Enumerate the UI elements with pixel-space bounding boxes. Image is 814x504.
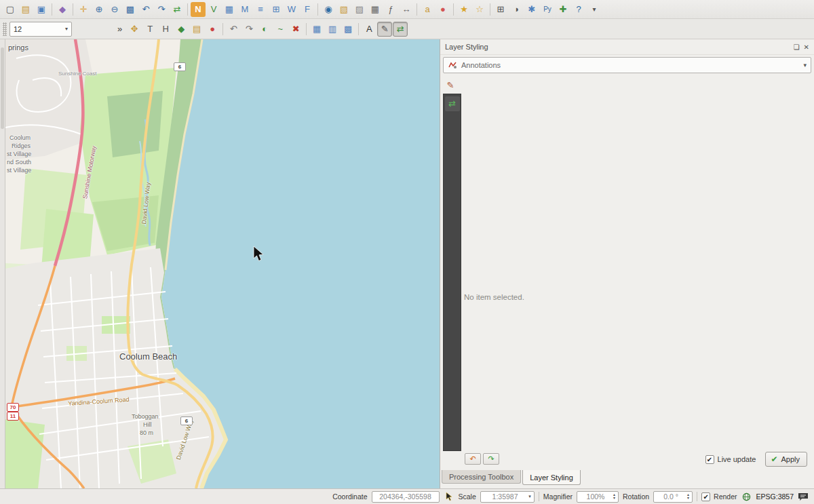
styling-tab-strip: ⇄ xyxy=(443,94,461,451)
float-panel-icon[interactable]: ❏ xyxy=(794,43,800,51)
live-update-checkbox[interactable]: ✔ Live update xyxy=(705,455,756,464)
help-icon[interactable]: ? xyxy=(571,2,586,17)
scale-combo[interactable]: 1:35987 ▾ xyxy=(480,491,535,503)
spin-down-icon[interactable]: ▾ xyxy=(687,497,689,500)
symbology-tab-icon[interactable]: ⇄ xyxy=(445,96,460,111)
magnifier-spinbox[interactable]: 100% ▴▾ xyxy=(577,491,619,503)
deselect-features-icon[interactable]: ▨ xyxy=(352,2,367,17)
select-features-icon[interactable]: ▧ xyxy=(336,2,351,17)
redo-edit-icon[interactable]: ↷ xyxy=(241,22,256,37)
new-bookmark-icon[interactable]: ★ xyxy=(457,2,471,17)
checkbox-checked-icon: ✔ xyxy=(701,492,710,501)
toolbar-handle[interactable] xyxy=(3,22,7,36)
add-postgis-layer-icon[interactable]: ⊞ xyxy=(269,2,284,17)
toolbar-separator xyxy=(187,3,188,16)
map-render xyxy=(5,39,440,488)
toolbar-overflow-chevron[interactable]: » xyxy=(117,24,122,34)
coordinate-input[interactable]: 204364,-305598 xyxy=(372,491,440,503)
zoom-full-icon[interactable]: ▩ xyxy=(123,2,138,17)
zoom-out-icon[interactable]: ⊖ xyxy=(107,2,122,17)
chevron-down-icon: ▾ xyxy=(65,26,68,32)
field-calculator-icon[interactable]: ƒ xyxy=(383,2,398,17)
render-checkbox[interactable]: ✔ Render xyxy=(701,492,737,501)
show-bookmarks-icon[interactable]: ☆ xyxy=(472,2,487,17)
new-map-view-icon[interactable]: ⊞ xyxy=(493,2,508,17)
mouse-position-icon[interactable] xyxy=(444,491,454,502)
crs-label[interactable]: EPSG:3857 xyxy=(756,492,794,501)
temporal-controller-icon[interactable]: ◑ xyxy=(509,2,524,17)
crs-globe-icon[interactable] xyxy=(741,491,752,502)
measure-line-icon[interactable]: ↔ xyxy=(399,2,414,17)
layer-labeling-icon[interactable]: a xyxy=(420,2,435,17)
rotation-spinbox[interactable]: 0.0 ° ▴▾ xyxy=(653,491,693,503)
zoom-next-icon[interactable]: ↷ xyxy=(154,2,169,17)
render-label: Render xyxy=(714,492,737,501)
tab-layer-styling[interactable]: Layer Styling xyxy=(522,470,581,485)
paintbrush-icon[interactable]: ✎ xyxy=(444,79,457,91)
delete-part-icon[interactable]: ✖ xyxy=(288,22,303,37)
add-mesh-layer-icon[interactable]: M xyxy=(237,2,252,17)
toolbar-separator xyxy=(73,3,73,16)
close-panel-icon[interactable]: ✕ xyxy=(804,43,809,51)
chevron-down-icon: ▾ xyxy=(803,62,807,69)
toolbar-separator xyxy=(306,23,307,35)
simplify-feature-icon[interactable]: ~ xyxy=(273,22,288,37)
messages-icon[interactable] xyxy=(798,491,809,502)
coordinate-value: 204364,-305598 xyxy=(375,492,436,501)
panel-scroll-handle[interactable] xyxy=(1,47,4,129)
rotation-label: Rotation xyxy=(623,492,649,501)
processing-history-icon[interactable]: ▥ xyxy=(325,22,340,37)
project-open-icon[interactable]: ▤ xyxy=(18,2,33,17)
plugin-manager-icon[interactable]: ✚ xyxy=(556,2,570,17)
marker-annotation-icon[interactable]: ● xyxy=(205,22,220,37)
font-size-combo[interactable]: 12 ▾ xyxy=(9,22,72,37)
add-raster-layer-icon[interactable]: ▦ xyxy=(222,2,237,17)
processing-toolbox-icon[interactable]: ✱ xyxy=(524,2,539,17)
apply-row: ✔ Live update ✔ Apply xyxy=(705,452,807,467)
collapsed-panel-strip[interactable] xyxy=(0,39,5,488)
python-console-icon[interactable]: Py xyxy=(540,2,555,17)
model-designer-icon[interactable]: ▦ xyxy=(309,22,324,37)
edit-annotation-icon[interactable]: ✎ xyxy=(377,22,392,37)
layer-selector[interactable]: Annotations ▾ xyxy=(443,57,811,73)
text-annotation-icon[interactable]: T xyxy=(142,22,157,37)
html-annotation-icon[interactable]: H xyxy=(158,22,173,37)
layer-styling-toggle-icon[interactable]: ⇄ xyxy=(393,22,408,37)
panel-title: Layer Styling xyxy=(445,43,488,51)
no-item-message: No item selected. xyxy=(464,293,524,301)
style-manager-icon[interactable]: ◆ xyxy=(55,2,70,17)
add-vector-layer-icon[interactable]: V xyxy=(206,2,221,17)
main-toolbar-icons: ▢▤▣◆✛⊕⊖▩↶↷⇄NV▦M≡⊞WF◉▧▨▦ƒ↔a●★☆⊞◑✱Py✚?▾ xyxy=(3,2,602,17)
dock-tabs: Processing Toolbox Layer Styling xyxy=(442,470,581,485)
live-update-label: Live update xyxy=(718,455,756,463)
zoom-in-icon[interactable]: ⊕ xyxy=(92,2,106,17)
form-annotation-icon[interactable]: ▤ xyxy=(189,22,204,37)
add-delimited-text-layer-icon[interactable]: ≡ xyxy=(253,2,268,17)
toolbar-separator xyxy=(490,3,490,16)
toolbar-overflow-icon[interactable]: ▾ xyxy=(587,2,602,17)
move-annotation-icon[interactable]: ✥ xyxy=(127,22,142,37)
map-canvas[interactable]: pringsSunshine CoastCoolumRidgesst Villa… xyxy=(5,39,440,488)
map-refresh-icon[interactable]: ⇄ xyxy=(170,2,185,17)
project-new-icon[interactable]: ▢ xyxy=(3,2,18,17)
results-viewer-icon[interactable]: ▩ xyxy=(341,22,355,37)
add-text-annotation-icon[interactable]: A xyxy=(362,22,376,37)
project-save-icon[interactable]: ▣ xyxy=(34,2,49,17)
add-wms-layer-icon[interactable]: W xyxy=(284,2,299,17)
open-attribute-table-icon[interactable]: ▦ xyxy=(368,2,383,17)
undo-style-button[interactable]: ↶ xyxy=(465,453,481,465)
pan-map-icon[interactable]: ✛ xyxy=(76,2,91,17)
undo-edit-icon[interactable]: ↶ xyxy=(226,22,241,37)
toolbar-separator xyxy=(453,3,454,16)
apply-button[interactable]: ✔ Apply xyxy=(765,452,807,467)
add-wfs-layer-icon[interactable]: F xyxy=(300,2,315,17)
redo-style-button[interactable]: ↷ xyxy=(483,453,499,465)
rotate-feature-icon[interactable]: ◐ xyxy=(257,22,272,37)
data-source-manager-icon[interactable]: N xyxy=(191,2,206,17)
tab-processing-toolbox[interactable]: Processing Toolbox xyxy=(442,470,521,484)
zoom-last-icon[interactable]: ↶ xyxy=(138,2,153,17)
svg-annotation-icon[interactable]: ◆ xyxy=(174,22,189,37)
identify-features-icon[interactable]: ◉ xyxy=(321,2,336,17)
spin-down-icon[interactable]: ▾ xyxy=(613,497,615,500)
layer-diagrams-icon[interactable]: ● xyxy=(435,2,450,17)
